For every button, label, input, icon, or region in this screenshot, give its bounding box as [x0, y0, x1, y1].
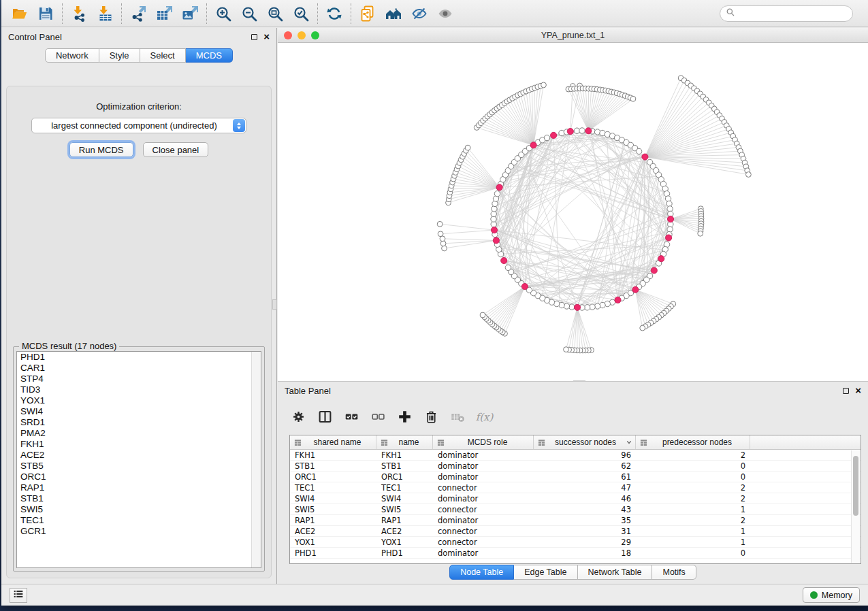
tab-network[interactable]: Network	[45, 48, 99, 63]
minimize-traffic-button[interactable]	[298, 31, 306, 39]
mcds-result-item[interactable]: FKH1	[17, 439, 261, 450]
refresh-button[interactable]	[321, 3, 347, 24]
optimization-criterion-select[interactable]: largest connected component (undirected)	[31, 118, 246, 133]
column-header-successor-nodes[interactable]: successor nodes	[534, 435, 636, 449]
network-canvas[interactable]	[278, 43, 868, 381]
float-icon[interactable]	[251, 34, 257, 40]
table-row[interactable]: RAP1RAP1dominator352	[290, 515, 861, 526]
task-history-button[interactable]	[10, 588, 27, 603]
table-row[interactable]: TEC1TEC1connector472	[290, 482, 861, 493]
show-all-button[interactable]	[432, 3, 458, 24]
close-panel-button[interactable]: Close panel	[143, 142, 209, 157]
show-columns-button[interactable]	[314, 406, 336, 427]
node-table: shared namenameMCDS rolesuccessor nodesp…	[289, 435, 861, 564]
hide-selected-button[interactable]	[406, 3, 432, 24]
table-tab-network-table[interactable]: Network Table	[578, 565, 653, 580]
zoom-out-button[interactable]	[236, 3, 262, 24]
panel-splitter-handle[interactable]	[272, 299, 277, 310]
table-row[interactable]: SWI4SWI4dominator462	[290, 493, 861, 504]
export-image-button[interactable]	[177, 3, 203, 24]
close-icon[interactable]: ×	[855, 387, 861, 394]
zoom-traffic-button[interactable]	[311, 31, 319, 39]
mcds-result-item[interactable]: PHD1	[17, 352, 261, 363]
table-cell: 29	[534, 538, 636, 547]
table-row[interactable]: SWI5SWI5connector431	[290, 504, 861, 515]
table-cell: PHD1	[376, 548, 433, 558]
export-network-button[interactable]	[125, 3, 151, 24]
select-all-button[interactable]	[340, 406, 362, 427]
mcds-result-item[interactable]: SWI5	[17, 504, 261, 515]
table-row[interactable]: FKH1FKH1dominator962	[290, 450, 861, 461]
column-header-MCDS-role[interactable]: MCDS role	[433, 435, 534, 449]
table-scrollbar[interactable]	[851, 450, 860, 563]
table-scrollbar-thumb[interactable]	[853, 456, 858, 516]
table-cell: connector	[433, 505, 534, 514]
svg-text:f(x): f(x)	[476, 410, 494, 423]
export-table-icon	[156, 5, 172, 22]
run-mcds-button[interactable]: Run MCDS	[69, 142, 133, 157]
first-neighbors-button[interactable]	[381, 3, 406, 24]
save-button[interactable]	[33, 3, 59, 24]
table-tabs: Node TableEdge TableNetwork TableMotifs	[278, 565, 868, 580]
float-icon[interactable]	[843, 388, 849, 394]
network-view[interactable]	[278, 43, 868, 381]
mcds-result-item[interactable]: GCR1	[17, 526, 261, 537]
tab-select[interactable]: Select	[140, 48, 186, 63]
tab-mcds[interactable]: MCDS	[186, 48, 233, 63]
zoom-fit-button[interactable]	[262, 3, 288, 24]
duplicate-network-button[interactable]	[355, 3, 381, 24]
table-cell: 18	[534, 548, 636, 558]
mcds-result-item[interactable]: STP4	[17, 374, 261, 384]
mcds-result-item[interactable]: SWI4	[17, 406, 261, 417]
column-header-predecessor-nodes[interactable]: predecessor nodes	[636, 435, 750, 449]
table-cell: YOX1	[376, 538, 433, 547]
search-box[interactable]	[720, 5, 853, 22]
settings-button[interactable]	[287, 406, 309, 427]
mcds-result-item[interactable]: TID3	[17, 384, 261, 395]
attribute-icon	[294, 439, 302, 446]
mcds-result-item[interactable]: RAP1	[17, 482, 261, 493]
mcds-result-item[interactable]: SRD1	[17, 417, 261, 428]
memory-status-icon	[810, 591, 818, 599]
main-toolbar	[1, 0, 868, 27]
mcds-result-item[interactable]: YOX1	[17, 395, 261, 406]
close-icon[interactable]: ×	[263, 33, 270, 40]
mcds-result-item[interactable]: ACE2	[17, 450, 261, 461]
create-column-button[interactable]	[393, 406, 415, 427]
table-row[interactable]: YOX1YOX1connector291	[290, 537, 861, 548]
mcds-result-item[interactable]: PMA2	[17, 428, 261, 439]
mcds-result-item[interactable]: ORC1	[17, 472, 261, 482]
network-window-titlebar[interactable]: YPA_prune.txt_1	[278, 28, 868, 43]
table-row[interactable]: ACE2ACE2connector311	[290, 526, 861, 537]
column-header-name[interactable]: name	[376, 435, 433, 449]
import-network-button[interactable]	[66, 3, 92, 24]
result-list-scrollbar[interactable]	[251, 352, 261, 567]
close-traffic-button[interactable]	[284, 31, 292, 39]
mcds-result-item[interactable]: STB1	[17, 493, 261, 504]
table-row[interactable]: PHD1PHD1dominator180	[290, 548, 861, 559]
table-tab-motifs[interactable]: Motifs	[652, 565, 696, 580]
mcds-result-item[interactable]: STB5	[17, 461, 261, 472]
import-table-button[interactable]	[92, 3, 118, 24]
open-folder-button[interactable]	[7, 3, 33, 24]
column-header-shared-name[interactable]: shared name	[290, 435, 376, 449]
table-tab-edge-table[interactable]: Edge Table	[514, 565, 577, 580]
table-cell: TEC1	[376, 483, 433, 493]
export-table-button[interactable]	[151, 3, 177, 24]
search-input[interactable]	[739, 8, 847, 19]
mcds-result-list[interactable]: PHD1CAR1STP4TID3YOX1SWI4SRD1PMA2FKH1ACE2…	[16, 351, 261, 568]
zoom-in-button[interactable]	[210, 3, 236, 24]
zoom-selected-button[interactable]	[288, 3, 314, 24]
memory-button[interactable]: Memory	[803, 587, 860, 603]
table-row[interactable]: STB1STB1dominator620	[290, 461, 861, 472]
toolbar-separator	[206, 3, 207, 24]
delete-columns-button[interactable]	[420, 406, 442, 427]
table-cell: 47	[534, 483, 636, 493]
tab-style[interactable]: Style	[99, 48, 140, 63]
table-row[interactable]: ORC1ORC1dominator610	[290, 472, 861, 482]
mcds-result-item[interactable]: CAR1	[17, 363, 261, 374]
table-tab-node-table[interactable]: Node Table	[449, 565, 514, 580]
unselect-all-button[interactable]	[367, 406, 389, 427]
table-cell: ORC1	[376, 472, 433, 482]
mcds-result-item[interactable]: TEC1	[17, 515, 261, 526]
